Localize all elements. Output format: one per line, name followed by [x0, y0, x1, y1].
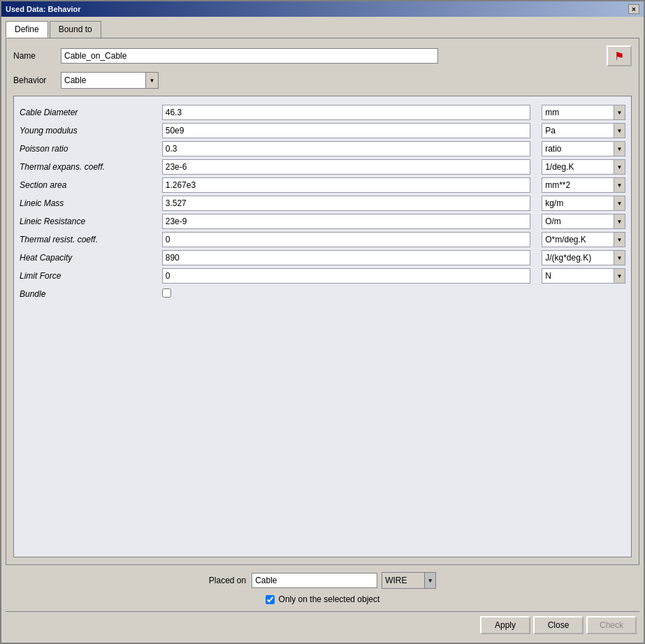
- behavior-select[interactable]: Cable Beam Rod: [61, 73, 145, 88]
- prop-value-cell-10: [157, 285, 536, 303]
- apply-button[interactable]: Apply: [480, 616, 530, 634]
- window-content: Define Bound to Name ⚑ Behavior Cable Be…: [1, 17, 644, 643]
- prop-input-5[interactable]: [162, 196, 530, 211]
- prop-unit-cell-2: ratio ▼: [536, 140, 631, 158]
- unit-select-5[interactable]: kg/m: [542, 196, 614, 210]
- unit-arrow-2[interactable]: ▼: [614, 142, 625, 156]
- unit-arrow-4[interactable]: ▼: [614, 178, 625, 192]
- unit-select-8[interactable]: J/(kg*deg.K): [542, 251, 614, 265]
- tab-define-content: Name ⚑ Behavior Cable Beam Rod ▼: [6, 38, 639, 565]
- placed-on-input[interactable]: [252, 573, 377, 588]
- prop-input-0[interactable]: [162, 105, 530, 120]
- prop-unit-cell-7: O*m/deg.K ▼: [536, 230, 631, 249]
- prop-input-4[interactable]: [162, 177, 530, 193]
- unit-arrow-5[interactable]: ▼: [614, 196, 625, 210]
- table-row: Heat Capacity J/(kg*deg.K) ▼: [14, 249, 631, 267]
- prop-value-cell-2: [157, 140, 536, 158]
- bottom-section: Placed on WIRE NODE ELEMENT ▼ Only on th…: [6, 572, 639, 611]
- data-panel: Cable Diameter mmmcm ▼ Young modulus: [13, 96, 632, 557]
- main-window: Used Data: Behavior × Define Bound to Na…: [0, 0, 645, 644]
- table-row: Cable Diameter mmmcm ▼: [14, 103, 631, 122]
- unit-arrow-0[interactable]: ▼: [614, 105, 625, 119]
- only-selected-label: Only on the selected object: [279, 594, 380, 604]
- unit-select-9[interactable]: N: [542, 269, 614, 283]
- unit-select-6[interactable]: O/m: [542, 214, 614, 228]
- unit-arrow-8[interactable]: ▼: [614, 251, 625, 265]
- prop-unit-cell-9: N ▼: [536, 267, 631, 285]
- prop-input-6[interactable]: [162, 214, 530, 229]
- prop-label-9: Limit Force: [14, 267, 157, 285]
- unit-select-2[interactable]: ratio: [542, 142, 614, 156]
- unit-select-0[interactable]: mmmcm: [542, 105, 614, 119]
- prop-unit-cell-10: [536, 285, 631, 303]
- prop-unit-cell-5: kg/m ▼: [536, 194, 631, 212]
- prop-value-cell-5: [157, 194, 536, 212]
- tabs: Define Bound to: [6, 21, 639, 38]
- properties-table: Cable Diameter mmmcm ▼ Young modulus: [14, 103, 631, 303]
- unit-select-3[interactable]: 1/deg.K: [542, 160, 614, 174]
- table-row: Limit Force N ▼: [14, 267, 631, 285]
- unit-select-1[interactable]: PaMPaGPa: [542, 124, 614, 138]
- table-row: Young modulus PaMPaGPa ▼: [14, 122, 631, 140]
- close-button-bottom[interactable]: Close: [533, 616, 584, 634]
- name-input[interactable]: [61, 48, 438, 64]
- close-button[interactable]: ×: [628, 4, 639, 14]
- unit-arrow-1[interactable]: ▼: [614, 124, 625, 138]
- prop-value-cell-8: [157, 249, 536, 267]
- prop-label-6: Lineic Resistance: [14, 212, 157, 230]
- wire-select-wrapper: WIRE NODE ELEMENT ▼: [382, 572, 436, 589]
- title-bar: Used Data: Behavior ×: [1, 1, 644, 17]
- prop-value-cell-4: [157, 176, 536, 194]
- unit-arrow-6[interactable]: ▼: [614, 214, 625, 228]
- prop-input-2[interactable]: [162, 141, 530, 156]
- prop-value-cell-6: [157, 212, 536, 230]
- prop-label-5: Lineic Mass: [14, 194, 157, 212]
- behavior-label: Behavior: [13, 75, 55, 85]
- prop-label-8: Heat Capacity: [14, 249, 157, 267]
- table-row: Poisson ratio ratio ▼: [14, 140, 631, 158]
- placed-on-row: Placed on WIRE NODE ELEMENT ▼: [6, 572, 639, 589]
- tab-bound-to[interactable]: Bound to: [50, 21, 101, 38]
- unit-arrow-7[interactable]: ▼: [614, 233, 625, 247]
- icon-button[interactable]: ⚑: [607, 45, 632, 66]
- behavior-row: Behavior Cable Beam Rod ▼: [13, 72, 632, 89]
- prop-input-8[interactable]: [162, 250, 530, 265]
- prop-input-9[interactable]: [162, 268, 530, 284]
- prop-label-0: Cable Diameter: [14, 103, 157, 122]
- prop-value-cell-9: [157, 267, 536, 285]
- unit-arrow-3[interactable]: ▼: [614, 160, 625, 174]
- unit-select-4[interactable]: mm**2m**2: [542, 178, 614, 192]
- window-title: Used Data: Behavior: [6, 5, 81, 13]
- bundle-checkbox[interactable]: [162, 288, 171, 298]
- table-row: Thermal expans. coeff. 1/deg.K ▼: [14, 158, 631, 176]
- placed-on-label: Placed on: [209, 576, 246, 585]
- flag-icon: ⚑: [614, 50, 624, 63]
- wire-select[interactable]: WIRE NODE ELEMENT: [382, 573, 424, 588]
- prop-label-10: Bundle: [14, 285, 157, 303]
- prop-unit-cell-3: 1/deg.K ▼: [536, 158, 631, 176]
- prop-label-4: Section area: [14, 176, 157, 194]
- prop-label-2: Poisson ratio: [14, 140, 157, 158]
- prop-input-1[interactable]: [162, 123, 530, 138]
- unit-arrow-9[interactable]: ▼: [614, 269, 625, 283]
- prop-label-1: Young modulus: [14, 122, 157, 140]
- button-row: Apply Close Check: [6, 611, 639, 638]
- wire-select-arrow[interactable]: ▼: [424, 573, 435, 588]
- name-row: Name ⚑: [13, 45, 632, 66]
- tab-define[interactable]: Define: [6, 21, 48, 38]
- prop-unit-cell-1: PaMPaGPa ▼: [536, 122, 631, 140]
- prop-unit-cell-0: mmmcm ▼: [536, 103, 631, 122]
- only-selected-checkbox[interactable]: [266, 595, 275, 604]
- name-label: Name: [13, 51, 55, 61]
- unit-select-7[interactable]: O*m/deg.K: [542, 233, 614, 247]
- check-button[interactable]: Check: [586, 616, 637, 634]
- table-row: Thermal resist. coeff. O*m/deg.K ▼: [14, 230, 631, 249]
- table-row: Lineic Resistance O/m ▼: [14, 212, 631, 230]
- prop-value-cell-7: [157, 230, 536, 249]
- prop-input-3[interactable]: [162, 159, 530, 175]
- behavior-select-arrow[interactable]: ▼: [145, 73, 158, 88]
- prop-input-7[interactable]: [162, 232, 530, 247]
- prop-value-cell-1: [157, 122, 536, 140]
- prop-label-7: Thermal resist. coeff.: [14, 230, 157, 249]
- only-selected-row: Only on the selected object: [6, 594, 639, 604]
